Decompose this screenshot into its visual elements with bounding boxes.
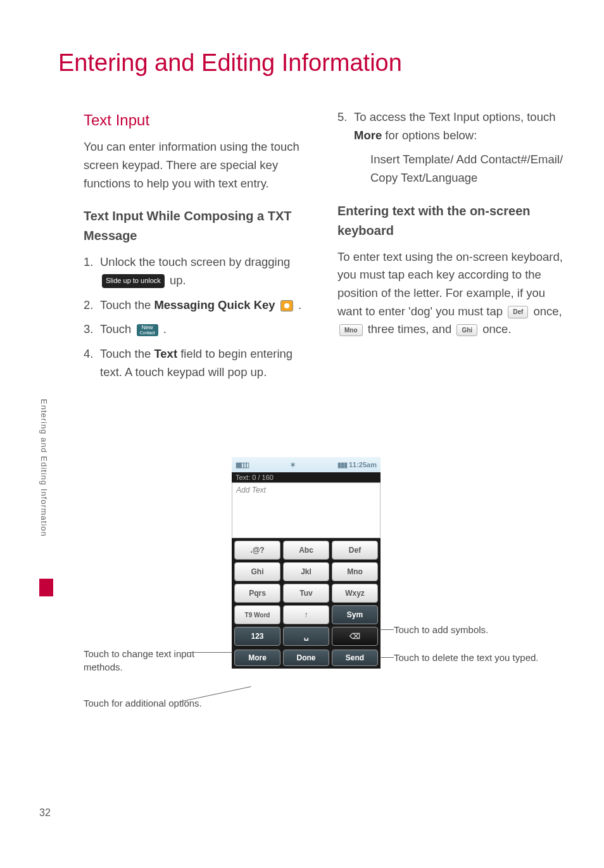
right-column: 5. To access the Text Input options, tou… <box>337 108 566 387</box>
key-more[interactable]: More <box>234 650 280 666</box>
key-sym[interactable]: Sym <box>332 605 378 624</box>
status-bar: ▮▮▯▯▯ ✶ ▮▮▮ 11:25am <box>232 457 381 472</box>
key-pqrs[interactable]: Pqrs <box>234 584 280 603</box>
annotation-additional-options: Touch for additional options. <box>84 696 223 710</box>
status-icon: ✶ <box>290 461 296 469</box>
new-contact-chip: NewContact <box>137 324 158 337</box>
mno-key-inline: Mno <box>339 324 363 337</box>
annotation-input-methods: Touch to change text input methods. <box>84 647 223 674</box>
key-space[interactable]: ␣ <box>283 627 329 646</box>
key-def[interactable]: Def <box>332 541 378 560</box>
step-5-text-b: for options below: <box>385 129 477 142</box>
signal-icon: ▮▮▯▯▯ <box>236 461 248 469</box>
slide-unlock-chip: Slide up to unlock <box>102 274 165 287</box>
ghi-key-inline: Ghi <box>456 324 477 337</box>
text-input-area[interactable]: Add Text <box>232 482 381 538</box>
char-counter: Text: 0 / 160 <box>232 472 381 482</box>
key-123[interactable]: 123 <box>234 627 280 646</box>
step-5-text-a: To access the Text Input options, touch <box>354 110 555 123</box>
key-t9word[interactable]: T9 Word <box>234 605 280 624</box>
step-3-text-b: . <box>163 322 167 336</box>
step-4-text-a: Touch the <box>100 347 154 360</box>
step-3-text-a: Touch <box>100 322 135 336</box>
annotation-add-symbols: Touch to add symbols. <box>394 623 539 636</box>
step-2: 2. Touch the Messaging Quick Key . <box>84 296 312 315</box>
key-jkl[interactable]: Jkl <box>283 562 329 581</box>
step-1-text-b: up. <box>170 274 186 287</box>
key-shift[interactable]: ↑ <box>283 605 329 624</box>
key-tuv[interactable]: Tuv <box>283 584 329 603</box>
step-3: 3. Touch NewContact . <box>84 320 312 339</box>
key-punct[interactable]: .@? <box>234 541 280 560</box>
page-number: 32 <box>39 807 51 819</box>
status-time: ▮▮▮ 11:25am <box>337 461 377 469</box>
sub-heading-left: Text Input While Composing a TXT Message <box>84 206 312 246</box>
messaging-quick-key-icon <box>280 300 293 311</box>
step-1-text-a: Unlock the touch screen by dragging <box>100 255 290 268</box>
step-4-bold: Text <box>154 347 177 360</box>
key-done[interactable]: Done <box>283 650 329 666</box>
key-mno[interactable]: Mno <box>332 562 378 581</box>
sidebar-vertical-text: Entering and Editing Information <box>39 399 49 576</box>
step-5-options: Insert Template/ Add Contact#/Email/ Cop… <box>370 151 566 187</box>
step-2-bold: Messaging Quick Key <box>154 298 278 311</box>
step-2-text-a: Touch the <box>100 298 154 311</box>
key-abc[interactable]: Abc <box>283 541 329 560</box>
def-key-inline: Def <box>508 306 528 318</box>
step-5: 5. To access the Text Input options, tou… <box>337 108 566 187</box>
sub-heading-right: Entering text with the on-screen keyboar… <box>337 201 566 241</box>
section-heading: Text Input <box>84 108 312 132</box>
key-backspace[interactable]: ⌫ <box>332 627 378 646</box>
sidebar-accent-bar <box>39 579 53 596</box>
sidebar-tab: Entering and Editing Information <box>39 399 53 595</box>
step-1: 1. Unlock the touch screen by dragging S… <box>84 253 312 289</box>
phone-figure: ▮▮▯▯▯ ✶ ▮▮▮ 11:25am Text: 0 / 160 Add Te… <box>84 457 566 736</box>
step-5-bold: More <box>354 129 382 142</box>
key-send[interactable]: Send <box>332 650 378 666</box>
intro-paragraph: You can enter information using the touc… <box>84 138 312 192</box>
step-4: 4. Touch the Text field to begin enterin… <box>84 345 312 381</box>
key-ghi[interactable]: Ghi <box>234 562 280 581</box>
left-column: Text Input You can enter information usi… <box>84 108 312 387</box>
keypad: .@? Abc Def Ghi Jkl Mno Pqrs Tuv Wxyz T9… <box>232 538 381 648</box>
page-title: Entering and Editing Information <box>0 0 604 77</box>
phone-screenshot: ▮▮▯▯▯ ✶ ▮▮▮ 11:25am Text: 0 / 160 Add Te… <box>232 457 381 669</box>
key-wxyz[interactable]: Wxyz <box>332 584 378 603</box>
onscreen-keyboard-paragraph: To enter text using the on-screen keyboa… <box>337 248 566 339</box>
annotation-delete-text: Touch to delete the text you typed. <box>394 651 539 664</box>
step-2-text-b: . <box>298 298 301 311</box>
